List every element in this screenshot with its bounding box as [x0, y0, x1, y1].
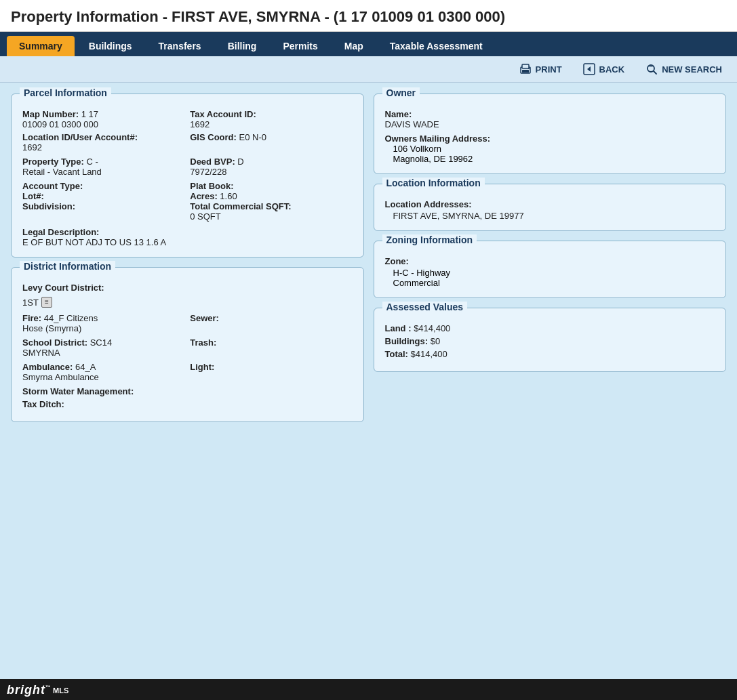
location-address-value-block: FIRST AVE, SMYRNA, DE 19977: [385, 211, 715, 221]
tab-transfers[interactable]: Transfers: [146, 36, 214, 56]
owner-address-block: 106 Vollkorn Magnolia, DE 19962: [385, 144, 715, 164]
tab-taxable-assessment[interactable]: Taxable Assessment: [378, 36, 495, 56]
levy-court-block: Levy Court District:: [22, 283, 353, 293]
tab-billing[interactable]: Billing: [216, 36, 269, 56]
land-value: $414,400: [414, 323, 450, 333]
ambulance-block: Ambulance: 64_A: [22, 362, 184, 372]
subdivision-value-block: [22, 211, 184, 222]
acres-value: 1.60: [220, 191, 237, 201]
content-grid: Parcel Information Map Number: 1 17 Tax …: [11, 94, 726, 422]
owner-address-line2: Magnolia, DE 19962: [393, 154, 715, 164]
deed-bvp-value: D: [237, 157, 243, 167]
svg-line-7: [654, 71, 656, 74]
parcel-row5: Retail - Vacant Land 7972/228: [22, 167, 353, 177]
tax-ditch-label: Tax Ditch:: [22, 399, 64, 409]
tab-permits[interactable]: Permits: [271, 36, 330, 56]
map-number-label: Map Number:: [22, 109, 79, 119]
parcel-number-block: 01009 01 0300 000: [22, 119, 184, 129]
total-commercial-value: 0 SQFT: [190, 211, 221, 222]
property-type-value: C -: [86, 157, 98, 167]
parcel-row8: Subdivision: Total Commercial SQFT:: [22, 201, 353, 211]
storm-water-label: Storm Water Management:: [22, 386, 134, 396]
property-type-detail: Retail - Vacant Land: [22, 167, 184, 177]
sewer-value-block: [190, 323, 352, 333]
back-icon: [582, 62, 596, 76]
owner-address-line1: 106 Vollkorn: [393, 144, 715, 154]
new-search-button[interactable]: NEW SEARCH: [641, 60, 726, 78]
location-addresses-block: Location Addresses:: [385, 199, 715, 209]
buildings-value: $0: [431, 336, 440, 346]
fire-block: Fire: 44_F Citizens: [22, 313, 184, 323]
levy-court-value: 1ST: [22, 297, 39, 308]
zone-block: Zone:: [385, 256, 715, 266]
back-button[interactable]: BACK: [578, 60, 629, 78]
fire-value: 44_F Citizens: [44, 313, 98, 323]
location-info-title: Location Information: [382, 178, 485, 188]
parcel-row9: 0 SQFT: [22, 211, 353, 222]
zone-value-detail: Commercial: [393, 278, 715, 288]
plat-book-label: Plat Book:: [190, 181, 233, 191]
total-label: Total:: [385, 349, 408, 359]
property-type-detail-value: Retail - Vacant Land: [22, 167, 102, 177]
location-address-value: FIRST AVE, SMYRNA, DE 19977: [393, 211, 524, 221]
trash-label: Trash:: [190, 337, 216, 348]
map-number-value: 1 17: [81, 109, 98, 119]
brand-logo: bright™: [7, 683, 52, 697]
district-info-panel: District Information Levy Court District…: [11, 267, 364, 422]
land-label: Land :: [385, 323, 412, 333]
print-button[interactable]: PRINT: [515, 60, 566, 78]
property-type-block: Property Type: C -: [22, 157, 184, 167]
trash-value-block: [190, 348, 352, 358]
fire-detail-value: Hose (Smyrna): [22, 323, 81, 333]
subdivision-label: Subdivision:: [22, 201, 75, 211]
mls-text: MLS: [53, 686, 68, 695]
tax-account-label: Tax Account ID:: [190, 109, 256, 119]
trash-block: Trash:: [190, 337, 352, 348]
tab-map[interactable]: Map: [332, 36, 376, 56]
tab-buildings[interactable]: Buildings: [77, 36, 144, 56]
ambulance-name-value: Smyrna Ambulance: [22, 372, 99, 382]
gis-coord-block: GIS Coord: E0 N-0: [190, 132, 352, 142]
print-label: PRINT: [536, 64, 562, 75]
district-row6: Smyrna Ambulance: [22, 372, 353, 382]
location-addresses-label: Location Addresses:: [385, 199, 472, 209]
ambulance-label: Ambulance:: [22, 362, 73, 372]
subdivision-block: Subdivision:: [22, 201, 184, 211]
legal-desc-block: Legal Description: E OF BUT NOT ADJ TO U…: [22, 227, 353, 247]
ambulance-name-block: Smyrna Ambulance: [22, 372, 184, 382]
school-name-value: SMYRNA: [22, 348, 60, 358]
school-name-block: SMYRNA: [22, 348, 184, 358]
levy-court-info-icon[interactable]: ≡: [41, 297, 52, 308]
footer: bright™ MLS: [0, 679, 737, 700]
right-column: Owner Name: DAVIS WADE Owners Mailing Ad…: [374, 94, 727, 422]
light-value-block: [190, 372, 352, 382]
map-number-block: Map Number: 1 17: [22, 109, 184, 119]
district-row1: Fire: 44_F Citizens Sewer:: [22, 313, 353, 323]
acres-block: Acres: 1.60: [190, 191, 352, 201]
back-label: BACK: [599, 64, 625, 75]
page-header: Property Information - FIRST AVE, SMYRNA…: [0, 0, 737, 32]
total-commercial-block: Total Commercial SQFT:: [190, 201, 352, 211]
parcel-info-panel: Parcel Information Map Number: 1 17 Tax …: [11, 94, 364, 258]
light-block: Light:: [190, 362, 352, 372]
page-title: Property Information - FIRST AVE, SMYRNA…: [11, 8, 726, 26]
assessed-values-panel: Assessed Values Land : $414,400 Building…: [374, 308, 727, 372]
svg-rect-1: [522, 64, 529, 68]
total-commercial-value-block: 0 SQFT: [190, 211, 352, 222]
zoning-info-title: Zoning Information: [382, 234, 477, 245]
parcel-number-value: 01009 01 0300 000: [22, 119, 98, 129]
lot-block: Lot#:: [22, 191, 184, 201]
school-label: School District:: [22, 337, 87, 348]
district-row3: School District: SC14 Trash:: [22, 337, 353, 348]
tab-summary[interactable]: Summary: [7, 36, 75, 56]
location-id-label: Location ID/User Account#:: [22, 132, 138, 142]
owner-mailing-label: Owners Mailing Address:: [385, 133, 491, 144]
legal-desc-value: E OF BUT NOT ADJ TO US 13 1.6 A: [22, 237, 166, 247]
brand-name: bright: [7, 683, 45, 697]
deed-bvp-label: Deed BVP:: [190, 157, 235, 167]
owner-mailing-block: Owners Mailing Address:: [385, 133, 715, 144]
zone-value: H-C - Highway: [393, 268, 715, 278]
district-row5: Ambulance: 64_A Light:: [22, 362, 353, 372]
account-type-block: Account Type:: [22, 181, 184, 191]
storm-water-block: Storm Water Management:: [22, 386, 353, 396]
